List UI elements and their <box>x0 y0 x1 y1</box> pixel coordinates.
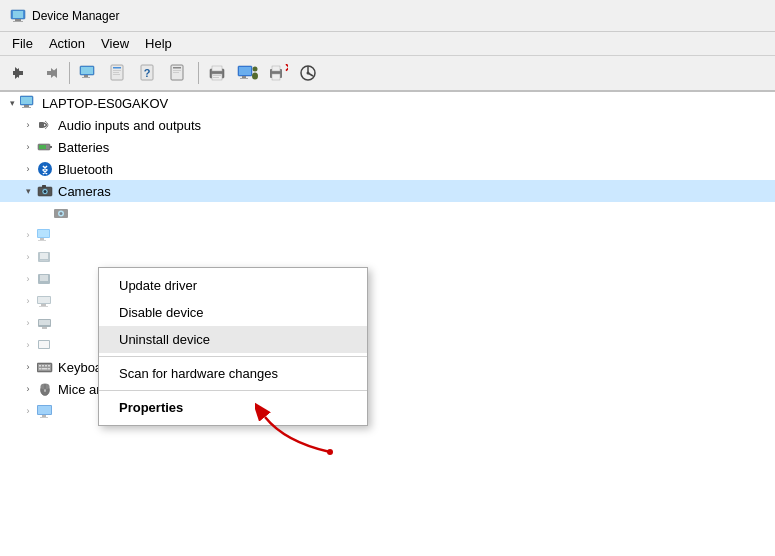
tree-item-bluetooth[interactable]: › Bluetooth <box>0 158 775 180</box>
svg-rect-81 <box>42 365 44 367</box>
ctx-disable-device[interactable]: Disable device <box>99 299 367 326</box>
svg-rect-75 <box>42 327 47 329</box>
context-menu: Update driver Disable device Uninstall d… <box>98 267 368 426</box>
ctx-separator-2 <box>99 390 367 391</box>
svg-rect-12 <box>84 75 88 77</box>
monitor-icon2 <box>36 402 54 420</box>
camera-sub-icon <box>52 204 70 222</box>
svg-rect-83 <box>48 365 50 367</box>
svg-rect-82 <box>45 365 47 367</box>
expand-mice[interactable]: › <box>20 381 36 397</box>
expand-bluetooth[interactable]: › <box>20 161 36 177</box>
dev2-icon <box>36 248 54 266</box>
svg-rect-11 <box>81 67 93 74</box>
svg-rect-72 <box>39 306 48 307</box>
camera-icon <box>36 182 54 200</box>
tree-item-batteries[interactable]: › Batteries <box>0 136 775 158</box>
audio-label: Audio inputs and outputs <box>58 118 201 133</box>
svg-point-90 <box>44 389 46 392</box>
root-label: LAPTOP-ES0GAKOV <box>42 96 168 111</box>
svg-rect-74 <box>39 320 50 325</box>
expand-dev3[interactable]: › <box>20 271 36 287</box>
properties-icon[interactable] <box>165 59 193 87</box>
expand-dev2[interactable]: › <box>20 249 36 265</box>
monitor-toolbar-icon[interactable] <box>234 59 262 87</box>
remove-device-button[interactable]: ✕ <box>264 59 292 87</box>
svg-rect-62 <box>40 238 44 240</box>
svg-rect-17 <box>113 72 119 73</box>
svg-rect-85 <box>42 368 48 370</box>
menu-action[interactable]: Action <box>41 34 93 53</box>
svg-rect-13 <box>82 77 90 78</box>
expand-dev6[interactable]: › <box>20 337 36 353</box>
back-button[interactable] <box>6 59 34 87</box>
expand-audio[interactable]: › <box>20 117 36 133</box>
svg-rect-84 <box>39 368 41 370</box>
expand-dev1[interactable]: › <box>20 227 36 243</box>
menu-help[interactable]: Help <box>137 34 180 53</box>
svg-rect-86 <box>48 368 50 370</box>
tree-item-audio[interactable]: › Audio inputs and outputs <box>0 114 775 136</box>
dev1-icon <box>36 226 54 244</box>
ctx-update-driver[interactable]: Update driver <box>99 272 367 299</box>
tree-root-item[interactable]: ▾ LAPTOP-ES0GAKOV <box>0 92 775 114</box>
svg-rect-77 <box>39 341 49 348</box>
svg-rect-29 <box>213 77 219 78</box>
svg-rect-37 <box>272 66 280 71</box>
tree-item-cameras[interactable]: ▾ Cameras <box>0 180 775 202</box>
svg-point-59 <box>60 212 63 215</box>
svg-point-96 <box>327 449 333 455</box>
svg-text:?: ? <box>144 67 151 79</box>
svg-rect-68 <box>40 275 48 281</box>
keyboard-icon <box>36 358 54 376</box>
svg-rect-66 <box>40 260 48 261</box>
print-icon[interactable] <box>204 59 232 87</box>
help-button[interactable]: ? <box>135 59 163 87</box>
tree-item-dev2[interactable]: › <box>0 246 775 268</box>
svg-rect-46 <box>24 105 29 107</box>
device-manager-toolbar-icon[interactable] <box>75 59 103 87</box>
toolbar: ? <box>0 56 775 92</box>
dev5-icon <box>36 314 54 332</box>
expand-root[interactable]: ▾ <box>4 95 20 111</box>
expand-batteries[interactable]: › <box>20 139 36 155</box>
expand-keyboards[interactable]: › <box>20 359 36 375</box>
expand-dev4[interactable]: › <box>20 293 36 309</box>
tree-item-dev1[interactable]: › <box>0 224 775 246</box>
svg-rect-18 <box>113 74 120 75</box>
svg-rect-92 <box>38 406 51 414</box>
menu-view[interactable]: View <box>93 34 137 53</box>
svg-rect-15 <box>113 67 121 69</box>
expand-sub1[interactable] <box>36 205 52 221</box>
svg-rect-28 <box>213 75 221 76</box>
bluetooth-icon <box>36 160 54 178</box>
scan-changes-button[interactable] <box>294 59 322 87</box>
title-bar: Device Manager <box>0 0 775 32</box>
forward-button[interactable] <box>36 59 64 87</box>
svg-rect-80 <box>39 365 41 367</box>
svg-rect-51 <box>39 145 46 149</box>
svg-point-35 <box>252 73 258 80</box>
computer-icon <box>20 94 38 112</box>
svg-rect-50 <box>50 146 52 148</box>
svg-rect-61 <box>38 230 49 237</box>
expand-cameras[interactable]: ▾ <box>20 183 36 199</box>
ctx-properties[interactable]: Properties <box>99 394 367 421</box>
svg-point-34 <box>253 67 258 72</box>
expand-monitor[interactable]: › <box>20 403 36 419</box>
device-props-icon[interactable] <box>105 59 133 87</box>
svg-rect-33 <box>240 78 248 79</box>
tree-item-camera-sub1[interactable] <box>0 202 775 224</box>
svg-rect-63 <box>38 240 46 241</box>
menu-file[interactable]: File <box>4 34 41 53</box>
svg-rect-2 <box>15 19 21 21</box>
ctx-scan-hardware[interactable]: Scan for hardware changes <box>99 360 367 387</box>
audio-icon <box>36 116 54 134</box>
ctx-uninstall-device[interactable]: Uninstall device <box>99 326 367 353</box>
svg-text:✕: ✕ <box>284 64 288 75</box>
svg-rect-70 <box>38 297 50 303</box>
svg-rect-24 <box>173 72 179 73</box>
svg-rect-38 <box>272 74 280 80</box>
bluetooth-label: Bluetooth <box>58 162 113 177</box>
expand-dev5[interactable]: › <box>20 315 36 331</box>
